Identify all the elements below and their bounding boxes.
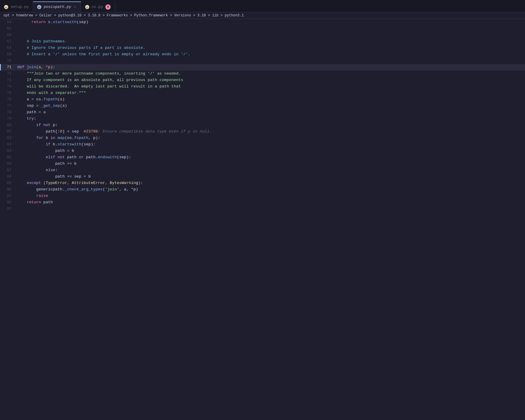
svg-text:py: py (38, 6, 41, 8)
token-kw: if (46, 142, 50, 147)
token-op: += (65, 161, 74, 166)
code-line-72: 72 """Join two or more pathname componen… (0, 70, 525, 77)
token-param: a (60, 97, 62, 101)
token-var: os (67, 136, 72, 140)
tab-setup[interactable]: py setup.py (0, 1, 33, 12)
token-var: sep (74, 174, 81, 179)
code-line-64: 64 return s.startswith(sep) (0, 19, 525, 25)
line-number: 86 (1, 161, 16, 167)
token-punc: , (67, 181, 72, 185)
token-method: fspath (43, 97, 58, 101)
token-kw: or (79, 155, 84, 159)
line-content: elif not path or path.endswith(sep): (16, 154, 525, 161)
token-punc: : (34, 116, 36, 121)
line-number: 78 (1, 109, 16, 116)
token-kw-ctrl: return (32, 20, 46, 24)
line-content: def join(a, *p): (16, 64, 525, 70)
line-content: """Join two or more pathname components,… (16, 70, 525, 77)
code-line-88: 88 path += sep + b (0, 173, 525, 180)
token-punc: ) (62, 97, 65, 101)
breadcrumb: opt > homebrew > Cellar > python@3.10 > … (0, 12, 525, 19)
line-content: path += sep + b (16, 173, 525, 180)
python-icon-os: py (85, 5, 89, 9)
line-content: will be discarded. An empty last part wi… (16, 83, 525, 90)
token-kw-ctrl: raise (36, 194, 48, 198)
token-method: endswith (98, 155, 117, 159)
token-var: path (27, 110, 36, 114)
token-param: a (39, 65, 41, 69)
tab-posixpath[interactable]: py posixpath.py ✕ (33, 1, 81, 12)
line-number: 74 (1, 83, 16, 90)
line-content (16, 25, 525, 32)
tab-close-posixpath[interactable]: ✕ (73, 5, 77, 9)
token-var: p: (50, 123, 57, 127)
token-var: a (27, 97, 29, 101)
line-number: 88 (1, 173, 16, 180)
token-issue: #23780 (84, 129, 98, 134)
token-punc: ) (86, 20, 88, 24)
token-param: a (62, 104, 65, 108)
token-punc: . (55, 142, 58, 147)
token-doc: """Join two or more pathname components,… (27, 71, 181, 76)
line-number: 85 (1, 154, 16, 161)
token-punc: ): (126, 155, 131, 159)
token-punc: ( (58, 97, 60, 101)
line-number: 82 (1, 135, 16, 141)
token-var: path (55, 161, 65, 166)
token-kw: not (58, 155, 65, 159)
code-line-90: 90 genericpath._check_arg_types('join', … (0, 186, 525, 193)
line-content: try: (16, 116, 525, 122)
token-doc: ends with a separator.""" (27, 91, 86, 95)
token-kw: in (50, 136, 55, 140)
line-number: 93 (1, 206, 16, 212)
code-line-70: 70 (0, 58, 525, 64)
token-param: a (43, 110, 46, 114)
token-doc: will be discarded. An empty last part wi… (27, 84, 181, 89)
python-icon-posixpath: py (37, 5, 41, 9)
token-var: s (46, 20, 50, 24)
line-content: except (TypeError, AttributeError, Bytes… (16, 180, 525, 186)
token-punc: : (55, 168, 58, 172)
token-var: b (43, 136, 50, 140)
line-content: path += b (16, 161, 525, 167)
token-comment-hash: # Insert a '/' unless the first part is … (27, 52, 190, 56)
token-kw: not (43, 123, 50, 127)
token-punc: ( (41, 181, 46, 185)
token-punc: [: (55, 129, 60, 134)
line-content: if b.startswith(sep): (16, 141, 525, 148)
token-var: sep (79, 20, 86, 24)
token-punc: . (41, 97, 43, 101)
code-line-67: 67 # Join pathnames. (0, 38, 525, 45)
token-punc: ( (103, 187, 105, 192)
tab-os[interactable]: py os.py 5 (81, 1, 115, 12)
line-number: 83 (1, 141, 16, 148)
line-content: a = os.fspath(a) (16, 96, 525, 103)
line-number: 92 (1, 199, 16, 206)
line-number: 72 (1, 70, 16, 77)
token-var: sep (27, 104, 34, 108)
code-line-86: 86 path += b (0, 161, 525, 167)
line-content: else: (16, 167, 525, 173)
token-var: path (55, 149, 65, 153)
token-var: path (41, 200, 53, 204)
token-comment: : Ensure compatible data type even if p … (98, 129, 212, 134)
token-punc: ): (138, 181, 143, 185)
line-number: 77 (1, 103, 16, 109)
token-var: b (74, 161, 76, 166)
svg-text:py: py (5, 6, 7, 8)
line-content: # Ignore the previous parts if a part is… (16, 45, 525, 51)
token-kw-ctrl: return (27, 200, 41, 204)
token-punc: ): (91, 142, 95, 147)
token-punc: , (105, 181, 110, 185)
token-method: startswith (53, 20, 77, 24)
token-punc: ( (77, 20, 79, 24)
token-exc: BytesWarning (110, 181, 138, 185)
line-number: 76 (1, 96, 16, 103)
token-var: os (36, 97, 41, 101)
token-var: path (65, 155, 79, 159)
token-punc: ( (36, 65, 39, 69)
token-method: fspath (74, 136, 88, 140)
token-comment-hash: # Ignore the previous parts if a part is… (27, 46, 145, 50)
token-var: sep (119, 155, 126, 159)
line-number: 66 (1, 32, 16, 38)
